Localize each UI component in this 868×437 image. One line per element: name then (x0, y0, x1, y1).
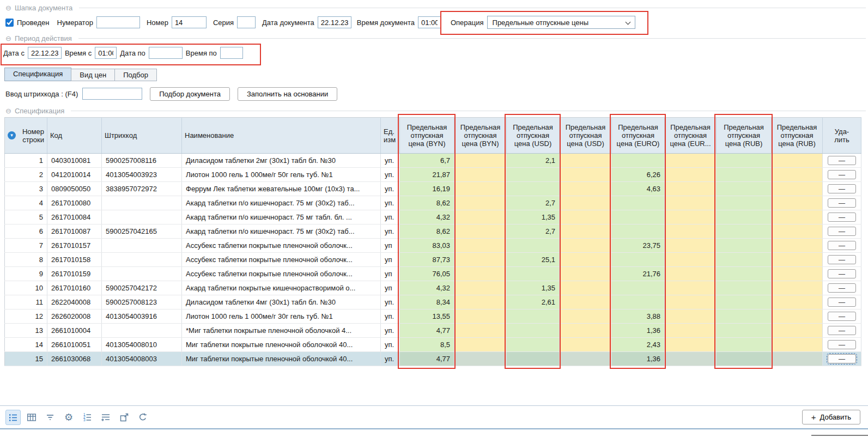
cell-n[interactable]: 4 (5, 196, 47, 210)
cell-byn_y[interactable] (454, 239, 507, 253)
cell-rub_y[interactable] (772, 324, 823, 338)
barcode-input[interactable] (82, 88, 142, 100)
cell-eur_g[interactable] (612, 253, 665, 267)
cell-n[interactable]: 11 (5, 295, 47, 309)
cell-byn_y[interactable] (454, 253, 507, 267)
cell-rub_y[interactable] (772, 281, 823, 295)
cell-barcode[interactable]: 4013054003916 (102, 309, 182, 324)
cell-byn_g[interactable]: 16,19 (400, 182, 454, 196)
cell-byn_g[interactable]: 87,73 (400, 253, 454, 267)
cell-name[interactable]: Лиотон 1000 гель 1 000ме/г 30г гель туб.… (182, 309, 381, 324)
number-input[interactable] (172, 16, 207, 28)
cell-rub_g[interactable] (717, 210, 772, 224)
cell-usd_y[interactable] (560, 352, 612, 366)
collapse-icon[interactable]: ⊖ (5, 4, 11, 12)
cell-eur_g[interactable]: 1,36 (612, 324, 665, 338)
cell-rub_g[interactable] (717, 352, 772, 366)
collapse-icon[interactable]: ⊖ (5, 34, 11, 43)
cell-eur_y[interactable] (665, 196, 717, 210)
cell-usd_g[interactable]: 2,7 (507, 196, 560, 210)
cell-eur_g[interactable] (612, 295, 665, 309)
cell-name[interactable]: Акард таблетки п/о кишечнораст. 75 мг (3… (182, 224, 381, 239)
cell-eur_y[interactable] (665, 281, 717, 295)
sort-icon[interactable]: ▾ (8, 131, 16, 139)
cell-n[interactable]: 14 (5, 338, 47, 352)
cell-rub_y[interactable] (772, 239, 823, 253)
cell-byn_y[interactable] (454, 309, 507, 324)
cell-usd_g[interactable]: 2,7 (507, 224, 560, 239)
cell-eur_g[interactable]: 21,76 (612, 267, 665, 281)
cell-barcode[interactable]: 5900257008116 (102, 154, 182, 168)
cell-rub_g[interactable] (717, 224, 772, 239)
delete-row-button[interactable]: — (828, 213, 856, 222)
table-row[interactable]: 72617010157Ассубекс таблетки покрытые пл… (5, 239, 861, 253)
cell-n[interactable]: 7 (5, 239, 47, 253)
cell-rub_y[interactable] (772, 338, 823, 352)
cell-eur_y[interactable] (665, 352, 717, 366)
cell-rub_y[interactable] (772, 210, 823, 224)
cell-rub_y[interactable] (772, 253, 823, 267)
cell-eur_g[interactable] (612, 210, 665, 224)
cell-barcode[interactable]: 5900257042165 (102, 224, 182, 239)
column-header-del[interactable]: Уда- лить (823, 118, 861, 154)
cell-usd_y[interactable] (560, 324, 612, 338)
fill-from-basis-button[interactable]: Заполнить на основании (238, 87, 337, 101)
cell-eur_g[interactable]: 1,36 (612, 352, 665, 366)
cell-eur_g[interactable] (612, 281, 665, 295)
cell-unit[interactable]: уп. (381, 338, 400, 352)
cell-byn_g[interactable]: 8,5 (400, 338, 454, 352)
cell-usd_g[interactable]: 2,61 (507, 295, 560, 309)
cell-usd_g[interactable]: 1,35 (507, 281, 560, 295)
grid-view-icon[interactable] (24, 410, 39, 425)
delete-row-button[interactable]: — (828, 326, 856, 335)
time-from-input[interactable] (95, 47, 117, 59)
cell-n[interactable]: 10 (5, 281, 47, 295)
cell-rub_g[interactable] (717, 168, 772, 182)
time-to-input[interactable] (220, 47, 243, 59)
cell-usd_g[interactable] (507, 239, 560, 253)
cell-rub_g[interactable] (717, 338, 772, 352)
cell-name[interactable]: Феррум Лек таблетки жевательные 100мг (1… (182, 182, 381, 196)
cell-unit[interactable]: уп. (381, 168, 400, 182)
cell-byn_g[interactable]: 4,77 (400, 352, 454, 366)
cell-code[interactable]: 2661010051 (47, 338, 102, 352)
open-external-icon[interactable] (117, 410, 132, 425)
add-row-button[interactable]: + Добавить (802, 410, 860, 424)
cell-n[interactable]: 8 (5, 253, 47, 267)
table-row[interactable]: 132661010004*Миг таблетки покрытые плено… (5, 324, 861, 338)
proveden-checkbox[interactable] (5, 19, 14, 27)
delete-row-button[interactable]: — (828, 269, 856, 278)
cell-eur_y[interactable] (665, 267, 717, 281)
column-header-barcode[interactable]: Штрихкод (102, 118, 182, 154)
cell-usd_y[interactable] (560, 196, 612, 210)
cell-byn_y[interactable] (454, 168, 507, 182)
cell-rub_y[interactable] (772, 168, 823, 182)
tab-specifikaciya[interactable]: Спецификация (4, 68, 71, 81)
cell-n[interactable]: 15 (5, 352, 47, 366)
cell-unit[interactable]: уп. (381, 309, 400, 324)
cell-usd_g[interactable] (507, 309, 560, 324)
cell-eur_y[interactable] (665, 168, 717, 182)
cell-rub_y[interactable] (772, 267, 823, 281)
cell-unit[interactable]: уп. (381, 224, 400, 239)
cell-unit[interactable]: уп (381, 267, 400, 281)
cell-rub_g[interactable] (717, 154, 772, 168)
cell-byn_y[interactable] (454, 338, 507, 352)
cell-unit[interactable]: уп (381, 239, 400, 253)
tab-podbor[interactable]: Подбор (114, 69, 157, 81)
cell-code[interactable]: 2617010159 (47, 267, 102, 281)
cell-byn_g[interactable]: 8,62 (400, 224, 454, 239)
cell-usd_g[interactable] (507, 352, 560, 366)
cell-name[interactable]: Ассубекс таблетки покрытые пленочной обо… (182, 267, 381, 281)
cell-barcode[interactable] (102, 253, 182, 267)
cell-eur_g[interactable]: 2,43 (612, 338, 665, 352)
cell-rub_y[interactable] (772, 196, 823, 210)
delete-row-button[interactable]: — (828, 312, 856, 321)
doc-time-input[interactable] (418, 16, 441, 28)
table-row[interactable]: 104030100815900257008116Диласидом таблет… (5, 154, 861, 168)
cell-byn_y[interactable] (454, 154, 507, 168)
table-row[interactable]: 1126220400085900257008123Диласидом табле… (5, 295, 861, 309)
cell-usd_y[interactable] (560, 338, 612, 352)
table-row[interactable]: 626170100875900257042165Акард таблетки п… (5, 224, 861, 239)
tab-vid-cen[interactable]: Вид цен (71, 69, 115, 81)
